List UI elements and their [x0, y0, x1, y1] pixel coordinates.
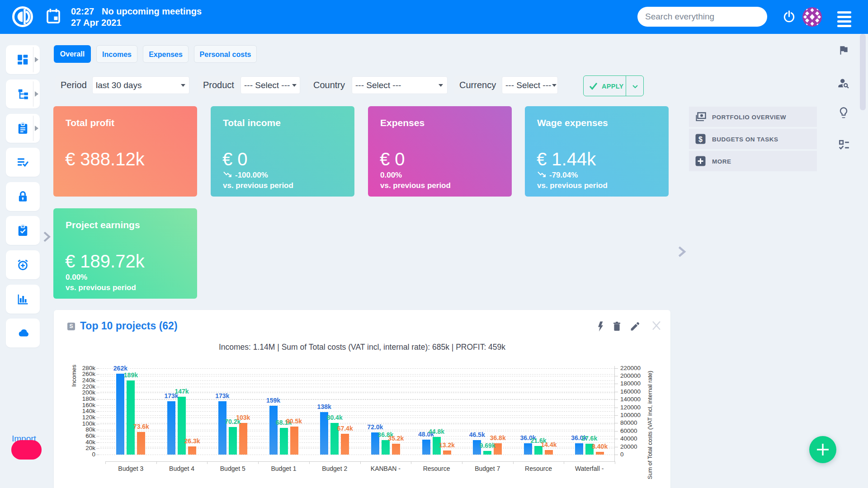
svg-text:$: $ [698, 136, 703, 143]
